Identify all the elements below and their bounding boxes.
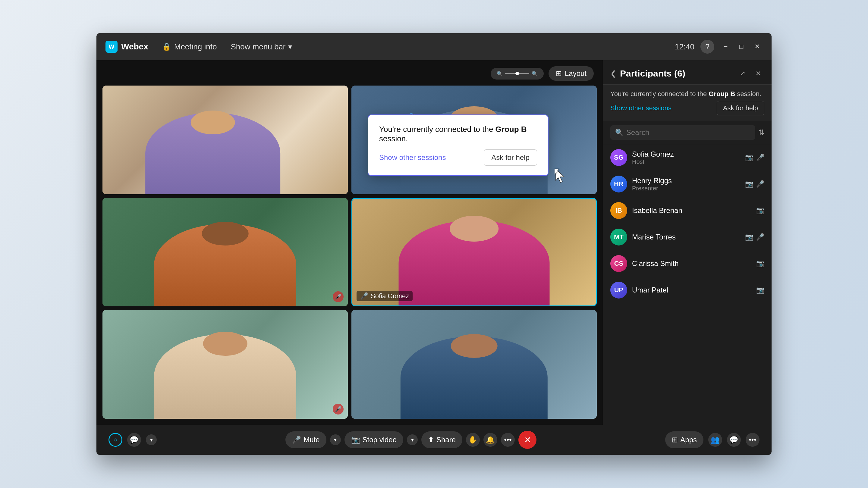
avatar-isabella: IB (610, 202, 627, 219)
participant-role-sofia: Host (632, 158, 740, 165)
controls-center: 🎤 Mute ▾ 📷 Stop video ▾ ⬆ Share ✋ 🔔 ••• … (285, 431, 536, 449)
share-label: Share (436, 435, 456, 444)
mute-chevron[interactable]: ▾ (330, 434, 341, 445)
participant-name-sofia: Sofia Gomez (632, 150, 740, 158)
end-call-button[interactable]: ✕ (518, 431, 536, 449)
mute-button[interactable]: 🎤 Mute (285, 431, 326, 448)
show-sessions-link[interactable]: Show other sessions (610, 104, 672, 112)
controls-right: ⊞ Apps 👥 💬 ••• (665, 431, 760, 448)
session-banner: You're currently connected to the Group … (603, 85, 772, 121)
participant-name-marise: Marise Torres (632, 233, 740, 241)
title-bar-right: 12:40 ? − □ ✕ (675, 40, 763, 54)
participant-item-sofia[interactable]: SG Sofia Gomez Host 📷 🎤 (603, 144, 772, 171)
zoom-out-icon[interactable]: 🔍 (497, 71, 503, 76)
participant-info-henry: Henry Riggs Presenter (632, 176, 740, 192)
ask-help-button[interactable]: Ask for help (717, 101, 764, 116)
panel-title: Participants (6) (620, 68, 685, 78)
session-group: Group B (709, 90, 735, 98)
participant-item-umar[interactable]: UP Umar Patel 📷 (603, 277, 772, 303)
close-panel-button[interactable]: ✕ (752, 67, 764, 79)
participant-list: SG Sofia Gomez Host 📷 🎤 HR Henry Riggs (603, 144, 772, 425)
reactions-button[interactable]: ✋ (466, 433, 480, 447)
zoom-slider[interactable] (505, 73, 529, 74)
participant-icons-umar: 📷 (756, 286, 764, 294)
participants-button[interactable]: 👥 (708, 433, 722, 447)
zoom-control[interactable]: 🔍 🔍 (491, 68, 544, 79)
chat-chevron[interactable]: ▾ (146, 434, 157, 445)
webex-app-name: Webex (121, 42, 148, 52)
tooltip-text-part1: You're currently connected to the (379, 125, 495, 134)
avatar-henry: HR (610, 175, 627, 193)
tooltip-show-sessions-link[interactable]: Show other sessions (379, 153, 446, 162)
more-options-button[interactable]: ••• (501, 433, 515, 447)
maximize-button[interactable]: □ (736, 41, 747, 52)
session-text-part2: session. (735, 90, 761, 98)
tooltip-text-part2: session. (379, 134, 408, 143)
participant-info-sofia: Sofia Gomez Host (632, 150, 740, 165)
webex-logo: W Webex (105, 41, 148, 53)
mute-label: Mute (304, 435, 319, 444)
search-input-wrapper: 🔍 (610, 125, 755, 140)
participant-item-clarissa[interactable]: CS Clarissa Smith 📷 (603, 250, 772, 277)
stop-video-label: Stop video (363, 435, 397, 444)
mic-icon-sofia: 🎤 (756, 154, 764, 161)
search-input[interactable] (626, 128, 750, 137)
tooltip-actions: Show other sessions Ask for help (379, 150, 537, 166)
camera-icon-sofia: 📷 (745, 154, 753, 161)
meeting-info-button[interactable]: 🔒 Meeting info (157, 40, 222, 54)
sort-button[interactable]: ⇅ (758, 128, 764, 137)
participant-name-henry: Henry Riggs (632, 176, 740, 185)
session-text: You're currently connected to the Group … (610, 90, 764, 98)
muted-icon-marise: 🎤 (756, 233, 764, 241)
status-ring: ○ (108, 433, 122, 447)
session-text-part1: You're currently connected to the (610, 90, 709, 98)
tooltip-popup: You're currently connected to the Group … (368, 115, 549, 176)
participant-item-marise[interactable]: MT Marise Torres 📷 🎤 (603, 224, 772, 250)
layout-button[interactable]: ⊞ Layout (549, 66, 594, 81)
stop-video-button[interactable]: 📷 Stop video (344, 431, 403, 448)
wellness-button[interactable]: 🔔 (484, 433, 497, 447)
shield-icon: 🔒 (162, 42, 171, 51)
expand-panel-button[interactable]: ⤢ (737, 67, 749, 79)
show-menu-bar-button[interactable]: Show menu bar ▾ (230, 42, 292, 52)
avatar-marise: MT (610, 229, 627, 246)
video-cell-4-sofia: 🎤 Sofia Gomez (351, 198, 597, 307)
camera-icon-marise: 📷 (745, 233, 753, 241)
show-menu-label: Show menu bar (230, 42, 285, 52)
messaging-button[interactable]: 💬 (727, 433, 741, 447)
panel-header-right: ⤢ ✕ (737, 67, 764, 79)
video-cell-3: 🎤 (102, 198, 348, 307)
chat-button[interactable]: 💬 (127, 433, 141, 447)
participant-icons-clarissa: 📷 (756, 260, 764, 267)
video-cell-5: 🎤 (102, 310, 348, 419)
panel-header: ❮ Participants (6) ⤢ ✕ (603, 60, 772, 85)
help-button[interactable]: ? (701, 40, 714, 54)
video-cell-1 (102, 86, 348, 194)
panel-header-left: ❮ Participants (6) (610, 68, 685, 78)
search-bar: 🔍 ⇅ (603, 121, 772, 144)
camera-icon-henry: 📷 (745, 180, 753, 188)
participant-name-clarissa: Clarissa Smith (632, 259, 751, 268)
collapse-panel-button[interactable]: ❮ (610, 69, 616, 78)
zoom-in-icon[interactable]: 🔍 (532, 71, 538, 76)
tooltip-group: Group B (495, 125, 527, 134)
close-button[interactable]: ✕ (752, 41, 763, 52)
cell-4-label: 🎤 Sofia Gomez (356, 291, 412, 301)
avatar-clarissa: CS (610, 255, 627, 272)
overflow-button[interactable]: ••• (746, 433, 760, 447)
share-button[interactable]: ⬆ Share (421, 431, 462, 448)
camera-icon-clarissa: 📷 (756, 260, 764, 267)
controls-left: ○ 💬 ▾ (108, 433, 157, 447)
participant-item-isabella[interactable]: IB Isabella Brenan 📷 (603, 197, 772, 224)
minimize-button[interactable]: − (720, 41, 731, 52)
participant-name-umar: Umar Patel (632, 286, 751, 294)
video-chevron[interactable]: ▾ (407, 434, 418, 445)
apps-button[interactable]: ⊞ Apps (665, 431, 704, 448)
participant-icons-marise: 📷 🎤 (745, 233, 764, 241)
tooltip-ask-help-button[interactable]: Ask for help (484, 150, 537, 166)
participant-item-henry[interactable]: HR Henry Riggs Presenter 📷 🎤 (603, 171, 772, 197)
title-bar: W Webex 🔒 Meeting info Show menu bar ▾ 1… (96, 33, 772, 60)
avatar-sofia: SG (610, 149, 627, 166)
camera-icon-umar: 📷 (756, 286, 764, 294)
mic-icon: 🎤 (360, 292, 368, 300)
